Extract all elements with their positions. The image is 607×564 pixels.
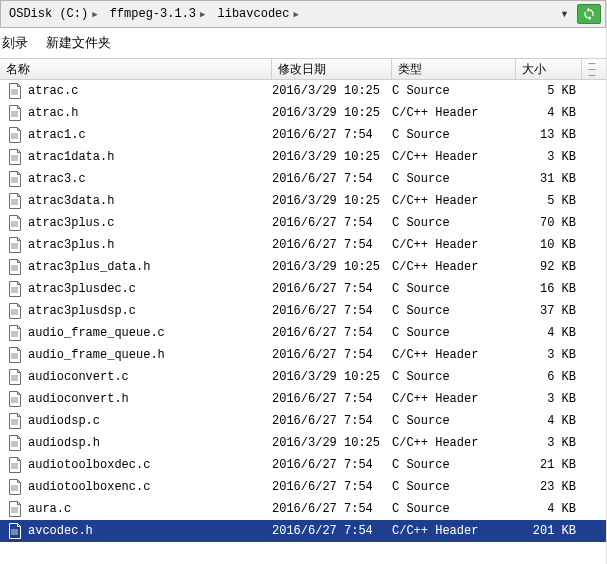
- file-date: 2016/3/29 10:25: [272, 150, 392, 164]
- table-row[interactable]: atrac3.c2016/6/27 7:54C Source31 KB: [0, 168, 606, 190]
- file-date: 2016/6/27 7:54: [272, 392, 392, 406]
- file-type: C Source: [392, 216, 516, 230]
- table-row[interactable]: audioconvert.h2016/6/27 7:54C/C++ Header…: [0, 388, 606, 410]
- file-type: C/C++ Header: [392, 524, 516, 538]
- table-row[interactable]: audiotoolboxdec.c2016/6/27 7:54C Source2…: [0, 454, 606, 476]
- file-size: 4 KB: [516, 414, 582, 428]
- file-type: C Source: [392, 480, 516, 494]
- file-size: 23 KB: [516, 480, 582, 494]
- table-row[interactable]: audiodsp.h2016/3/29 10:25C/C++ Header3 K…: [0, 432, 606, 454]
- file-size: 4 KB: [516, 106, 582, 120]
- file-icon: [8, 303, 22, 319]
- file-icon: [8, 391, 22, 407]
- file-icon: [8, 435, 22, 451]
- table-row[interactable]: atrac1.c2016/6/27 7:54C Source13 KB: [0, 124, 606, 146]
- file-name: atrac3data.h: [28, 194, 114, 208]
- table-row[interactable]: audioconvert.c2016/3/29 10:25C Source6 K…: [0, 366, 606, 388]
- address-bar[interactable]: OSDisk (C:) ▶ ffmpeg-3.1.3 ▶ libavcodec …: [0, 0, 606, 28]
- file-size: 3 KB: [516, 150, 582, 164]
- file-type: C Source: [392, 458, 516, 472]
- address-dropdown-icon[interactable]: ▼: [556, 9, 573, 19]
- table-row[interactable]: atrac.c2016/3/29 10:25C Source5 KB: [0, 80, 606, 102]
- file-name: atrac3plusdsp.c: [28, 304, 136, 318]
- file-name: atrac.h: [28, 106, 78, 120]
- file-icon: [8, 127, 22, 143]
- file-type: C Source: [392, 84, 516, 98]
- file-name: atrac3plus_data.h: [28, 260, 150, 274]
- table-row[interactable]: audio_frame_queue.h2016/6/27 7:54C/C++ H…: [0, 344, 606, 366]
- file-icon: [8, 237, 22, 253]
- file-date: 2016/6/27 7:54: [272, 128, 392, 142]
- file-icon: [8, 149, 22, 165]
- column-header-type[interactable]: 类型: [392, 59, 516, 79]
- file-name: audiodsp.c: [28, 414, 100, 428]
- file-icon: [8, 347, 22, 363]
- chevron-right-icon: ▶: [294, 9, 299, 20]
- table-row[interactable]: aura.c2016/6/27 7:54C Source4 KB: [0, 498, 606, 520]
- file-date: 2016/3/29 10:25: [272, 370, 392, 384]
- column-header-date[interactable]: 修改日期: [272, 59, 392, 79]
- file-icon: [8, 457, 22, 473]
- file-size: 4 KB: [516, 326, 582, 340]
- file-size: 92 KB: [516, 260, 582, 274]
- file-type: C Source: [392, 282, 516, 296]
- file-name: atrac3plus.h: [28, 238, 114, 252]
- table-row[interactable]: atrac3plus_data.h2016/3/29 10:25C/C++ He…: [0, 256, 606, 278]
- table-row[interactable]: avcodec.h2016/6/27 7:54C/C++ Header201 K…: [0, 520, 606, 542]
- column-header-size[interactable]: 大小: [516, 59, 582, 79]
- breadcrumb-root-label: OSDisk (C:): [9, 7, 88, 21]
- table-row[interactable]: atrac3data.h2016/3/29 10:25C/C++ Header5…: [0, 190, 606, 212]
- file-type: C Source: [392, 326, 516, 340]
- file-icon: [8, 215, 22, 231]
- table-row[interactable]: audiotoolboxenc.c2016/6/27 7:54C Source2…: [0, 476, 606, 498]
- file-icon: [8, 523, 22, 539]
- file-size: 5 KB: [516, 194, 582, 208]
- file-list[interactable]: atrac.c2016/3/29 10:25C Source5 KBatrac.…: [0, 80, 606, 542]
- file-size: 3 KB: [516, 348, 582, 362]
- file-icon: [8, 259, 22, 275]
- table-row[interactable]: atrac.h2016/3/29 10:25C/C++ Header4 KB: [0, 102, 606, 124]
- file-size: 3 KB: [516, 392, 582, 406]
- file-date: 2016/6/27 7:54: [272, 502, 392, 516]
- breadcrumb-item-1[interactable]: ffmpeg-3.1.3 ▶: [106, 5, 210, 23]
- file-type: C Source: [392, 502, 516, 516]
- refresh-button[interactable]: [577, 4, 601, 24]
- file-size: 201 KB: [516, 524, 582, 538]
- file-name: audio_frame_queue.h: [28, 348, 165, 362]
- file-date: 2016/6/27 7:54: [272, 414, 392, 428]
- file-icon: [8, 171, 22, 187]
- table-row[interactable]: audiodsp.c2016/6/27 7:54C Source4 KB: [0, 410, 606, 432]
- file-date: 2016/3/29 10:25: [272, 436, 392, 450]
- table-row[interactable]: atrac3plusdsp.c2016/6/27 7:54C Source37 …: [0, 300, 606, 322]
- column-header-name[interactable]: 名称: [0, 59, 272, 79]
- file-date: 2016/3/29 10:25: [272, 106, 392, 120]
- file-size: 16 KB: [516, 282, 582, 296]
- file-name: audiotoolboxdec.c: [28, 458, 150, 472]
- file-icon: [8, 501, 22, 517]
- column-header-row: 名称 修改日期 类型 大小 ———: [0, 58, 606, 80]
- table-row[interactable]: atrac3plusdec.c2016/6/27 7:54C Source16 …: [0, 278, 606, 300]
- file-name: atrac3plusdec.c: [28, 282, 136, 296]
- breadcrumb-item-2-label: libavcodec: [217, 7, 289, 21]
- file-date: 2016/6/27 7:54: [272, 524, 392, 538]
- file-date: 2016/6/27 7:54: [272, 458, 392, 472]
- table-row[interactable]: atrac3plus.c2016/6/27 7:54C Source70 KB: [0, 212, 606, 234]
- file-size: 37 KB: [516, 304, 582, 318]
- record-button[interactable]: 刻录: [2, 34, 28, 52]
- file-date: 2016/6/27 7:54: [272, 216, 392, 230]
- file-name: audio_frame_queue.c: [28, 326, 165, 340]
- breadcrumb-item-2[interactable]: libavcodec ▶: [213, 5, 302, 23]
- file-size: 4 KB: [516, 502, 582, 516]
- table-row[interactable]: atrac1data.h2016/3/29 10:25C/C++ Header3…: [0, 146, 606, 168]
- file-type: C/C++ Header: [392, 106, 516, 120]
- breadcrumb-root[interactable]: OSDisk (C:) ▶: [5, 5, 102, 23]
- file-date: 2016/6/27 7:54: [272, 348, 392, 362]
- file-name: atrac.c: [28, 84, 78, 98]
- file-size: 5 KB: [516, 84, 582, 98]
- new-folder-button[interactable]: 新建文件夹: [46, 34, 111, 52]
- file-name: atrac1.c: [28, 128, 86, 142]
- table-row[interactable]: atrac3plus.h2016/6/27 7:54C/C++ Header10…: [0, 234, 606, 256]
- table-row[interactable]: audio_frame_queue.c2016/6/27 7:54C Sourc…: [0, 322, 606, 344]
- file-size: 10 KB: [516, 238, 582, 252]
- file-type: C Source: [392, 414, 516, 428]
